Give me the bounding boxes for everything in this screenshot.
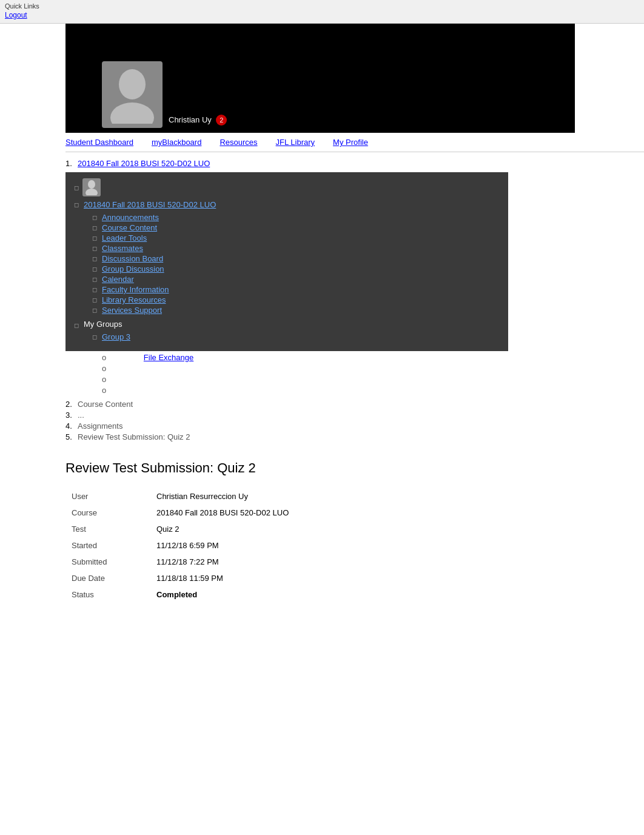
outer-list: File Exchange [102, 353, 644, 395]
panel-nav-link-calendar[interactable]: Calendar [102, 275, 134, 284]
panel-nav-link-library-resources[interactable]: Library Resources [102, 295, 166, 304]
panel-nav-leader-tools[interactable]: ◻ Leader Tools [92, 233, 500, 243]
review-value-submitted: 11/12/18 7:22 PM [150, 554, 369, 570]
profile-banner: Christian Uy 2 [65, 24, 575, 133]
svg-point-2 [88, 180, 95, 189]
panel-nav-link-announcements[interactable]: Announcements [102, 213, 159, 222]
nav-my-blackboard[interactable]: myBlackboard [152, 138, 201, 147]
panel-avatar [82, 178, 101, 196]
panel-nav-course-content[interactable]: ◻ Course Content [92, 223, 500, 232]
file-exchange-link[interactable]: File Exchange [144, 353, 193, 362]
review-value-status: Completed [150, 586, 369, 603]
breadcrumb-text-2: Course Content [78, 400, 133, 409]
review-label-due-date: Due Date [65, 570, 150, 586]
panel-nav-group-discussion[interactable]: ◻ Group Discussion [92, 264, 500, 273]
review-row-course: Course 201840 Fall 2018 BUSI 520-D02 LUO [65, 505, 369, 521]
breadcrumb-text-4: Assignments [78, 421, 122, 431]
panel-nav-link-services-support[interactable]: Services Support [102, 306, 162, 315]
panel-nav-link-course-content[interactable]: Course Content [102, 223, 157, 232]
review-row-status: Status Completed [65, 586, 369, 603]
panel-bullet-1: ◻ [74, 184, 79, 191]
breadcrumb-3: 3. ... [65, 411, 644, 420]
breadcrumb-link-1[interactable]: 201840 Fall 2018 BUSI 520-D02 LUO [78, 159, 210, 168]
my-groups-label: My Groups [84, 320, 122, 329]
nav-jfl-library[interactable]: JFL Library [276, 138, 315, 147]
review-table: User Christian Resurreccion Uy Course 20… [65, 488, 369, 603]
panel-bullet-2: ◻ [74, 201, 79, 208]
review-label-status: Status [65, 586, 150, 603]
panel-nav-announcements[interactable]: ◻ Announcements [92, 213, 500, 222]
review-row-submitted: Submitted 11/12/18 7:22 PM [65, 554, 369, 570]
svg-point-0 [119, 69, 146, 99]
review-row-started: Started 11/12/18 6:59 PM [65, 537, 369, 554]
panel-nav-link-discussion-board[interactable]: Discussion Board [102, 254, 163, 263]
panel-nav-calendar[interactable]: ◻ Calendar [92, 275, 500, 284]
breadcrumb-text-3: ... [78, 411, 84, 420]
group-link-3[interactable]: Group 3 [102, 332, 130, 341]
outer-list-item-3 [102, 375, 644, 384]
review-label-test: Test [65, 521, 150, 537]
review-value-started: 11/12/18 6:59 PM [150, 537, 369, 554]
my-groups-section: ◻ My Groups ◻ Group 3 [74, 320, 500, 341]
review-value-due-date: 11/18/18 11:59 PM [150, 570, 369, 586]
panel-nav-link-leader-tools[interactable]: Leader Tools [102, 233, 147, 243]
nav-my-profile[interactable]: My Profile [333, 138, 368, 147]
outer-list-item-2 [102, 364, 644, 373]
outer-list-item-file-exchange[interactable]: File Exchange [102, 353, 644, 362]
review-value-course: 201840 Fall 2018 BUSI 520-D02 LUO [150, 505, 369, 521]
breadcrumb-list: 1. 201840 Fall 2018 BUSI 520-D02 LUO [65, 159, 644, 168]
profile-name: Christian Uy [169, 115, 212, 124]
review-value-user: Christian Resurreccion Uy [150, 488, 369, 505]
panel-nav-link-classmates[interactable]: Classmates [102, 244, 143, 253]
quick-links-label: Quick Links [5, 2, 39, 10]
review-row-test: Test Quiz 2 [65, 521, 369, 537]
panel-course-link[interactable]: 201840 Fall 2018 BUSI 520-D02 LUO [84, 200, 216, 209]
breadcrumb-4: 4. Assignments [65, 421, 644, 431]
nav-student-dashboard[interactable]: Student Dashboard [65, 138, 133, 147]
panel-nav-link-group-discussion[interactable]: Group Discussion [102, 264, 164, 273]
outer-list-item-4 [102, 386, 644, 395]
nav-resources[interactable]: Resources [220, 138, 257, 147]
panel-nav-library-resources[interactable]: ◻ Library Resources [92, 295, 500, 304]
main-nav: Student Dashboard myBlackboard Resources… [65, 133, 644, 152]
panel-nav-list: ◻ Announcements ◻ Course Content ◻ Leade… [92, 213, 500, 315]
breadcrumb-2: 2. Course Content [65, 400, 644, 409]
review-title: Review Test Submission: Quiz 2 [65, 460, 626, 476]
group-item-3[interactable]: ◻ Group 3 [92, 332, 500, 341]
svg-point-3 [86, 189, 98, 195]
avatar [102, 61, 163, 128]
dropdown-panel: ◻ ◻ 201840 Fall 2018 BUSI 520-D02 LUO ◻ … [65, 172, 508, 351]
content-area: 1. 201840 Fall 2018 BUSI 520-D02 LUO ◻ ◻… [65, 152, 644, 448]
my-groups-bullet: ◻ [74, 322, 79, 329]
review-label-course: Course [65, 505, 150, 521]
review-row-due-date: Due Date 11/18/18 11:59 PM [65, 570, 369, 586]
review-label-started: Started [65, 537, 150, 554]
panel-nav-classmates[interactable]: ◻ Classmates [92, 244, 500, 253]
review-section: Review Test Submission: Quiz 2 User Chri… [65, 460, 644, 603]
panel-nav-discussion-board[interactable]: ◻ Discussion Board [92, 254, 500, 263]
panel-nav-faculty-info[interactable]: ◻ Faculty Information [92, 285, 500, 294]
breadcrumb-1: 1. 201840 Fall 2018 BUSI 520-D02 LUO [65, 159, 644, 168]
panel-nav-link-faculty-info[interactable]: Faculty Information [102, 285, 169, 294]
svg-point-1 [110, 102, 154, 124]
notification-badge[interactable]: 2 [216, 115, 227, 126]
panel-nav-services-support[interactable]: ◻ Services Support [92, 306, 500, 315]
panel-header: ◻ [74, 178, 500, 196]
review-label-user: User [65, 488, 150, 505]
my-groups-list: ◻ Group 3 [92, 332, 500, 341]
review-value-test: Quiz 2 [150, 521, 369, 537]
breadcrumb-text-5: Review Test Submission: Quiz 2 [78, 432, 190, 441]
logout-link[interactable]: Logout [5, 10, 639, 21]
quick-links-bar: Quick Links Logout [0, 0, 644, 24]
profile-name-area: Christian Uy 2 [169, 115, 227, 126]
review-label-submitted: Submitted [65, 554, 150, 570]
breadcrumb-5: 5. Review Test Submission: Quiz 2 [65, 432, 644, 441]
breadcrumb-list-rest: 2. Course Content 3. ... 4. Assignments … [65, 400, 644, 441]
review-row-user: User Christian Resurreccion Uy [65, 488, 369, 505]
